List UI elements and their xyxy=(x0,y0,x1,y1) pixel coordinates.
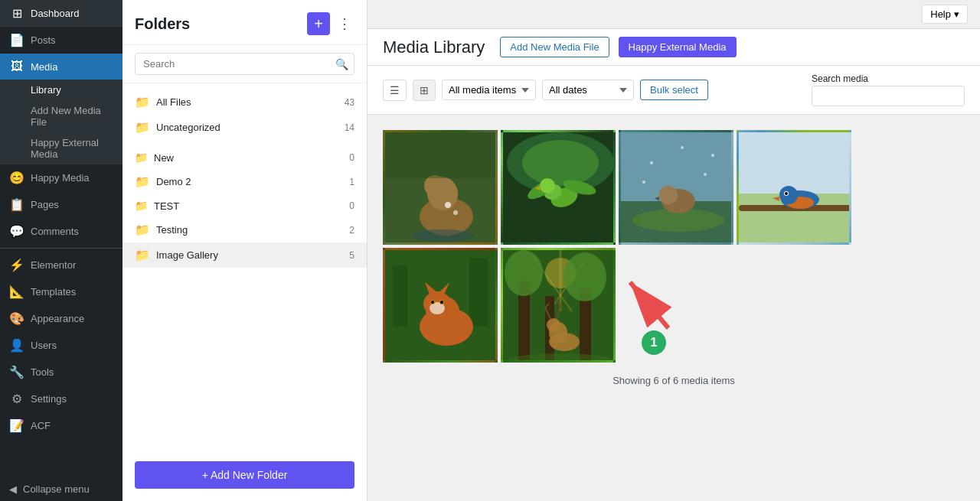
sidebar-item-settings[interactable]: ⚙ Settings xyxy=(0,386,122,412)
media-item-bird-green[interactable] xyxy=(501,130,616,245)
folder-count-image-gallery: 5 xyxy=(349,250,354,261)
sidebar-item-happy-media[interactable]: 😊 Happy Media xyxy=(0,164,122,191)
folder-item-image-gallery[interactable]: 📁 Image Gallery 5 xyxy=(122,242,367,268)
sidebar-label-settings: Settings xyxy=(31,393,67,405)
happy-media-icon: 😊 xyxy=(9,171,24,185)
comments-icon: 💬 xyxy=(9,224,24,239)
folder-count-all-files: 43 xyxy=(345,97,354,108)
search-media-wrap: Search media xyxy=(812,73,965,106)
svg-point-22 xyxy=(681,146,684,149)
folder-name-test: TEST xyxy=(154,200,343,212)
folder-icon-image-gallery: 📁 xyxy=(135,248,150,262)
collapse-label: Collapse menu xyxy=(23,483,90,495)
folder-item-test[interactable]: 📁 TEST 0 xyxy=(122,194,367,217)
folder-item-uncategorized[interactable]: 📁 Uncategorized 14 xyxy=(122,115,367,140)
svg-point-53 xyxy=(505,250,543,296)
folder-name-uncategorized: Uncategorized xyxy=(156,122,338,133)
svg-rect-35 xyxy=(393,265,408,327)
date-filter[interactable]: All dates xyxy=(542,80,634,100)
media-item-forest-deer[interactable] xyxy=(501,248,616,363)
svg-point-10 xyxy=(522,140,599,186)
folder-search-input[interactable] xyxy=(135,53,354,75)
showing-count-text: Showing 6 of 6 media items xyxy=(612,375,735,386)
sidebar-label-pages: Pages xyxy=(31,199,59,210)
svg-rect-7 xyxy=(385,132,498,178)
acf-icon: 📝 xyxy=(9,418,24,433)
add-folder-icon-button[interactable]: + xyxy=(307,12,330,35)
media-item-fox[interactable] xyxy=(383,248,498,363)
help-button[interactable]: Help ▾ xyxy=(922,5,968,24)
sidebar-item-tools[interactable]: 🔧 Tools xyxy=(0,359,122,386)
folder-icon-uncategorized: 📁 xyxy=(135,120,150,135)
folders-title: Folders xyxy=(135,15,190,33)
sidebar-item-elementor[interactable]: ⚡ Elementor xyxy=(0,252,122,278)
svg-point-24 xyxy=(711,154,714,157)
sidebar-divider-1 xyxy=(0,248,122,249)
pages-icon: 📋 xyxy=(9,197,24,212)
sidebar-item-posts[interactable]: 📄 Posts xyxy=(0,27,122,54)
bulk-select-button[interactable]: Bulk select xyxy=(640,80,708,100)
svg-point-23 xyxy=(704,173,707,176)
svg-point-57 xyxy=(547,318,560,332)
annotation-badge: 1 xyxy=(642,330,666,355)
svg-point-33 xyxy=(785,192,788,195)
dashboard-icon: ⊞ xyxy=(9,6,24,21)
folder-item-all-files[interactable]: 📁 All Files 43 xyxy=(122,89,367,115)
svg-line-60 xyxy=(630,282,668,328)
svg-point-6 xyxy=(412,229,473,242)
media-grid-area: 1 Showing 6 of 6 media items xyxy=(368,115,980,501)
submenu-item-add-new[interactable]: Add New Media File xyxy=(0,100,122,132)
media-submenu: Library Add New Media File Happy Externa… xyxy=(0,80,122,164)
sidebar-label-elementor: Elementor xyxy=(31,259,76,271)
sidebar-item-templates[interactable]: 📐 Templates xyxy=(0,278,122,305)
sidebar-label-users: Users xyxy=(31,340,57,351)
media-item-kingfisher[interactable] xyxy=(737,130,851,245)
svg-point-20 xyxy=(659,186,678,204)
svg-point-21 xyxy=(650,161,653,164)
svg-rect-36 xyxy=(469,258,488,327)
submenu-item-library[interactable]: Library xyxy=(0,80,122,100)
users-icon: 👤 xyxy=(9,338,24,353)
sidebar-item-media[interactable]: 🖼 Media xyxy=(0,54,122,80)
list-view-button[interactable]: ☰ xyxy=(383,80,407,101)
folder-name-testing: Testing xyxy=(156,224,343,236)
appearance-icon: 🎨 xyxy=(9,311,24,326)
folder-item-demo2[interactable]: 📁 Demo 2 1 xyxy=(122,169,367,194)
filter-bar: ☰ ⊞ All media items All dates Bulk selec… xyxy=(368,66,980,115)
folders-header: Folders + ⋮ xyxy=(122,0,367,45)
sidebar-item-pages[interactable]: 📋 Pages xyxy=(0,191,122,218)
help-chevron-icon: ▾ xyxy=(954,8,959,20)
folder-search-wrap: 🔍 xyxy=(122,45,367,83)
grid-view-button[interactable]: ⊞ xyxy=(413,80,436,101)
media-type-filter[interactable]: All media items xyxy=(442,80,536,100)
sidebar-item-dashboard[interactable]: ⊞ Dashboard xyxy=(0,0,122,27)
svg-point-54 xyxy=(564,252,606,301)
media-item-sparrow[interactable] xyxy=(619,130,733,245)
folder-icon-test: 📁 xyxy=(135,200,148,212)
svg-point-5 xyxy=(453,210,458,215)
sidebar-item-comments[interactable]: 💬 Comments xyxy=(0,218,122,245)
collapse-arrow-icon: ◀ xyxy=(9,483,17,495)
folder-item-testing[interactable]: 📁 Testing 2 xyxy=(122,217,367,242)
submenu-item-happy-external[interactable]: Happy External Media xyxy=(0,132,122,164)
svg-point-3 xyxy=(424,175,446,197)
folder-item-new[interactable]: 📁 New 0 xyxy=(122,146,367,169)
sidebar-item-acf[interactable]: 📝 ACF xyxy=(0,412,122,439)
annotation-area: 1 xyxy=(619,248,680,363)
sidebar-item-appearance[interactable]: 🎨 Appearance xyxy=(0,305,122,332)
folder-icon-all-files: 📁 xyxy=(135,95,150,109)
sidebar-label-appearance: Appearance xyxy=(31,313,84,324)
collapse-menu-button[interactable]: ◀ Collapse menu xyxy=(0,477,122,501)
add-new-folder-button[interactable]: + Add New Folder xyxy=(135,461,354,489)
media-item-deer[interactable] xyxy=(383,130,498,245)
svg-point-4 xyxy=(445,202,451,208)
folder-count-demo2: 1 xyxy=(349,177,354,187)
search-media-input[interactable] xyxy=(812,86,965,106)
folder-more-button[interactable]: ⋮ xyxy=(335,12,354,35)
sidebar-item-users[interactable]: 👤 Users xyxy=(0,332,122,359)
posts-icon: 📄 xyxy=(9,33,24,47)
svg-point-31 xyxy=(779,186,798,204)
happy-external-media-button[interactable]: Happy External Media xyxy=(619,37,737,57)
add-new-media-file-button[interactable]: Add New Media File xyxy=(500,37,609,57)
folder-icon-testing: 📁 xyxy=(135,223,150,237)
